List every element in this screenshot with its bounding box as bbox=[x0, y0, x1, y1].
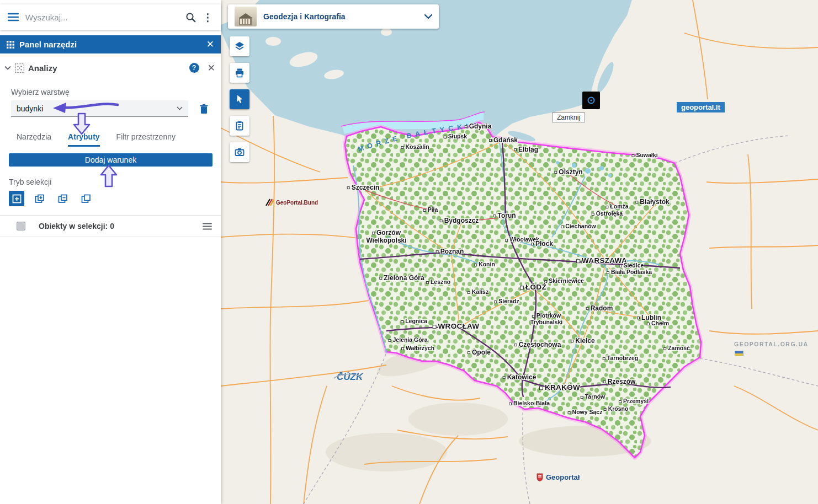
annotation-arrow-up bbox=[101, 165, 116, 186]
selection-checkbox[interactable] bbox=[17, 222, 25, 230]
service-selector[interactable]: Geodezja i Kartografia bbox=[228, 4, 439, 29]
selection-counter-row: Obiekty w selekcji: 0 bbox=[0, 216, 221, 237]
analizy-section-header: Analizy ? ✕ bbox=[4, 61, 215, 75]
service-title: Geodezja i Kartografia bbox=[263, 12, 346, 21]
analysis-grid-icon bbox=[15, 63, 24, 73]
camera-button[interactable] bbox=[230, 142, 249, 162]
camera-icon bbox=[234, 147, 245, 158]
geoportal-pl-logo: Geoportał bbox=[537, 473, 580, 481]
ua-flag-icon bbox=[735, 351, 743, 356]
cuzk-swoosh-icon bbox=[333, 374, 362, 379]
add-condition-button[interactable]: Dodaj warunek bbox=[9, 153, 213, 167]
layers-button[interactable] bbox=[230, 36, 249, 56]
pointer-select-icon bbox=[234, 94, 245, 105]
tools-sidebar: ⋮ Panel narzędzi ✕ Analizy ? ✕ Wybierz w… bbox=[0, 0, 221, 504]
bund-flag-icon bbox=[265, 199, 274, 206]
layer-select[interactable]: budynki bbox=[11, 100, 188, 117]
delete-layer-button[interactable] bbox=[195, 100, 212, 117]
select-new-icon bbox=[12, 194, 22, 203]
selection-mode-buttons bbox=[9, 191, 94, 206]
more-options-icon[interactable]: ⋮ bbox=[203, 12, 213, 23]
legend-button[interactable] bbox=[582, 92, 600, 109]
select-remove-icon bbox=[58, 194, 68, 203]
select-intersect-icon bbox=[81, 194, 91, 203]
chevron-down-icon bbox=[177, 106, 183, 110]
shield-icon bbox=[537, 473, 543, 481]
clipboard-icon bbox=[234, 120, 245, 131]
tab-atrybuty[interactable]: Atrybuty bbox=[68, 132, 100, 147]
layers-icon bbox=[234, 41, 245, 52]
panel-header: Panel narzędzi ✕ bbox=[0, 35, 221, 53]
close-panel-icon[interactable]: ✕ bbox=[206, 40, 214, 49]
geoportal-ua-label: GEOPORTAL.ORG.UA bbox=[734, 341, 809, 347]
geoportal-bund-logo: GeoPortal.Bund bbox=[265, 199, 318, 206]
chevron-down-icon[interactable] bbox=[424, 14, 432, 19]
select-add-icon bbox=[35, 194, 45, 203]
layer-selected-value: budynki bbox=[17, 104, 43, 113]
tab-filtr-przestrzenny[interactable]: Filtr przestrzenny bbox=[116, 132, 176, 147]
service-logo bbox=[235, 7, 257, 26]
selection-new-button[interactable] bbox=[9, 191, 24, 206]
selection-mode-label: Tryb selekcji bbox=[9, 178, 51, 186]
print-button[interactable] bbox=[230, 63, 249, 83]
close-section-icon[interactable]: ✕ bbox=[208, 63, 215, 73]
panel-title: Panel narzędzi bbox=[19, 40, 77, 49]
map-region: MORZE BAŁTYCKIE SłupskKoszalinGdyniaGdań… bbox=[221, 0, 818, 504]
selection-counter-label: Obiekty w selekcji: 0 bbox=[39, 222, 114, 230]
geoportal-pl-label: Geoportał bbox=[546, 473, 580, 481]
analysis-tabs: Narzędzia Atrybuty Filtr przestrzenny bbox=[17, 132, 176, 147]
chevron-down-icon[interactable] bbox=[4, 66, 11, 70]
map-canvas[interactable]: MORZE BAŁTYCKIE bbox=[221, 0, 818, 504]
hamburger-menu-icon[interactable] bbox=[8, 13, 19, 22]
clipboard-button[interactable] bbox=[230, 116, 249, 136]
select-tool-button[interactable] bbox=[230, 89, 249, 109]
legend-icon bbox=[587, 96, 596, 105]
layer-picker-label: Wybierz warstwę bbox=[11, 88, 70, 96]
app-root: MORZE BAŁTYCKIE SłupskKoszalinGdyniaGdań… bbox=[0, 0, 818, 504]
geoportal-lt-badge: geoportal.lt bbox=[677, 102, 725, 112]
selection-menu-icon[interactable] bbox=[203, 223, 212, 230]
grid-icon bbox=[7, 41, 14, 49]
annotation-arrows bbox=[0, 0, 221, 504]
section-title: Analizy bbox=[28, 63, 57, 73]
divider bbox=[0, 237, 221, 237]
help-button[interactable]: ? bbox=[189, 63, 199, 73]
bund-label: GeoPortal.Bund bbox=[276, 200, 318, 206]
print-icon bbox=[234, 67, 245, 78]
search-icon[interactable] bbox=[185, 12, 196, 23]
layer-picker-row: budynki bbox=[11, 100, 212, 117]
selection-remove-button[interactable] bbox=[55, 191, 71, 206]
trash-icon bbox=[199, 104, 209, 114]
search-bar: ⋮ bbox=[0, 4, 221, 30]
selection-add-button[interactable] bbox=[32, 191, 47, 206]
search-input[interactable] bbox=[25, 13, 179, 22]
cuzk-logo: ČÚZK bbox=[337, 372, 363, 383]
map-toolbar bbox=[230, 36, 249, 162]
tab-narzedzia[interactable]: Narzędzia bbox=[17, 132, 51, 147]
selection-intersect-button[interactable] bbox=[78, 191, 94, 206]
close-tooltip: Zamknij bbox=[552, 112, 585, 122]
